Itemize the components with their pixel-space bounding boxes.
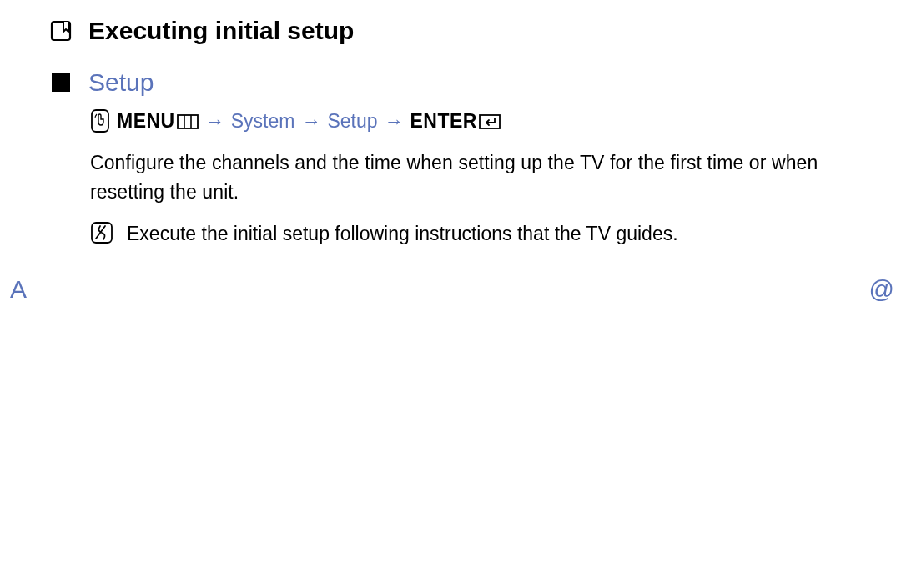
navigation-path: MENU → System → Setup → ENTER bbox=[90, 108, 868, 133]
description-paragraph: Configure the channels and the time when… bbox=[90, 148, 868, 206]
note-text: Execute the initial setup following inst… bbox=[127, 219, 678, 249]
svg-rect-1 bbox=[92, 110, 108, 132]
note-icon bbox=[90, 221, 113, 244]
svg-rect-5 bbox=[480, 115, 500, 128]
page-title: Executing initial setup bbox=[88, 17, 354, 45]
touch-icon bbox=[90, 108, 110, 133]
section-heading: Setup bbox=[88, 68, 154, 97]
arrow-icon: → bbox=[385, 110, 404, 133]
enter-return-icon bbox=[479, 114, 501, 129]
nav-menu-label: MENU bbox=[117, 110, 199, 133]
nav-enter-label: ENTER bbox=[410, 110, 501, 133]
enter-text: ENTER bbox=[410, 110, 477, 132]
nav-link-system: System bbox=[231, 110, 295, 133]
title-row: Executing initial setup bbox=[50, 17, 868, 45]
menu-text: MENU bbox=[117, 110, 175, 132]
section-row: Setup bbox=[50, 68, 868, 97]
menu-grid-icon bbox=[177, 114, 199, 129]
square-bullet-icon bbox=[52, 73, 70, 92]
note-row: Execute the initial setup following inst… bbox=[90, 219, 868, 249]
bookmark-icon bbox=[50, 20, 72, 42]
arrow-icon: → bbox=[301, 110, 320, 133]
svg-rect-2 bbox=[178, 115, 198, 128]
nav-link-setup: Setup bbox=[327, 110, 377, 133]
nav-prev-label[interactable]: A bbox=[10, 275, 27, 304]
arrow-icon: → bbox=[205, 110, 224, 133]
nav-next-label[interactable]: @ bbox=[869, 275, 894, 304]
